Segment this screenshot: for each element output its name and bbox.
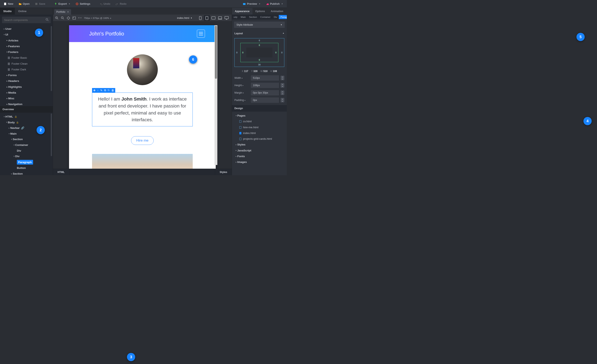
copy-icon[interactable]: ⧉ [104,89,106,92]
bc-section[interactable]: Section [247,16,259,18]
tree-media[interactable]: ▸Media [0,90,53,96]
tab-html[interactable]: HTML [53,169,70,175]
design-js[interactable]: ▸JavaScript [232,148,287,153]
preview-button[interactable]: Preview▼ [241,1,263,7]
hamburger-icon[interactable] [197,30,205,38]
open-button[interactable]: Open [17,1,32,7]
device-desktop[interactable] [224,15,230,21]
width-stepper[interactable]: ▲▼ [281,76,284,80]
tree-footer-basic[interactable]: Footer Basic [0,55,53,61]
ov-section[interactable]: ▾Section [0,136,53,142]
design-images[interactable]: ▸Images [232,159,287,165]
tree-features[interactable]: ▸Features [0,44,53,49]
hire-button[interactable]: Hire me [131,136,154,145]
design-styles[interactable]: ▸Styles [232,142,287,148]
device-phone[interactable] [197,15,203,21]
device-tablet-landscape[interactable] [210,15,217,21]
zoom-out-icon[interactable] [61,16,64,20]
search-icon [46,18,49,22]
tree-user[interactable]: ▸User [0,26,53,32]
margin-input[interactable]: 0px 0px 30px [251,90,279,95]
ov-div1[interactable]: Div [0,148,53,154]
layers-icon[interactable]: ▼ [78,16,82,20]
tab-studio[interactable]: Studio [0,8,15,15]
bc-container[interactable]: Container [259,16,272,18]
tree-ui[interactable]: ▾UI [0,32,53,38]
edit-icon[interactable]: ✎ [100,89,102,92]
up-icon[interactable]: ↑ [97,89,99,92]
ov-html[interactable]: ▾HTML🔒 [0,114,53,120]
ov-button[interactable]: Button [0,165,53,171]
file-cv[interactable]: cv.html [232,119,287,124]
ov-main[interactable]: ▾Main [0,131,53,137]
document-tab[interactable]: Portfolio ✕ [54,9,71,15]
padding-input[interactable]: 0px [251,98,279,103]
bc-main[interactable]: Main [239,16,248,18]
width-input[interactable]: 510px [251,75,279,81]
tree-headers[interactable]: ▸Headers [0,78,53,84]
rotate-icon[interactable] [67,16,70,20]
canvas-area[interactable]: John's Portfolio ✥ ↑ ✎ ⧉ ⦰ � [53,22,232,169]
ov-container[interactable]: ▾Container [0,142,53,148]
tree-footer-clean[interactable]: Footer Clean [0,61,53,67]
padding-stepper[interactable]: ▲▼ [281,98,284,102]
selected-element[interactable]: ✥ ↑ ✎ ⧉ ⦰ 🗑 Hello! I am John Smith. I wo… [92,92,193,126]
tab-animation[interactable]: Animation [268,8,286,15]
page-preview: John's Portfolio ✥ ↑ ✎ ⧉ ⦰ � [69,25,216,169]
device-tablet-portrait[interactable] [204,15,210,21]
redo-button[interactable]: Redo [114,1,129,7]
margin-stepper[interactable]: ▲▼ [281,91,284,95]
save-button[interactable]: Save [33,1,47,7]
tree-footers[interactable]: ▾Footers [0,49,53,55]
tab-styles[interactable]: Styles [215,169,232,175]
canvas-file-select[interactable]: index.html▼ [177,16,192,20]
box-model[interactable]: 0 30 0 0 0 0 0 0 [234,38,284,67]
tab-options[interactable]: Options [252,8,268,15]
caret-down-icon: ▼ [69,3,71,5]
ov-section2[interactable]: ▸Section [0,171,53,175]
new-button[interactable]: New [2,1,16,7]
prop-padding: Padding▸ 0px ▲▼ [232,96,287,104]
zoom-in-icon[interactable] [55,16,59,20]
tree-articles[interactable]: ▸Articles [0,38,53,44]
bc-body[interactable]: ody [232,16,239,18]
caret-right-icon[interactable]: ▸ [242,77,243,79]
move-icon[interactable]: ✥ [93,89,95,92]
delete-icon[interactable]: 🗑 [111,89,114,92]
device-laptop[interactable] [217,15,223,21]
tree-highlights[interactable]: ▸Highlights [0,84,53,90]
tab-appearance[interactable]: Appearance [232,8,252,15]
layout-header[interactable]: Layout▲ [232,30,287,37]
bc-paragraph[interactable]: Paragraph [279,15,287,19]
caret-up-icon: ▲ [283,32,284,35]
file-projects[interactable]: projects-grid-cards.html [232,136,287,142]
tree-footer-dark[interactable]: Footer Dark [0,67,53,72]
undo-button[interactable]: Undo [97,1,112,7]
file-hire[interactable]: hire-me.html [232,125,287,130]
tab-online[interactable]: Online [15,8,30,15]
file-index[interactable]: index.html [232,130,287,136]
tree-navigation[interactable]: ▸Navigation [0,101,53,106]
design-pages[interactable]: ▾Pages [232,113,287,119]
export-icon [54,2,57,5]
publish-button[interactable]: Publish▼ [264,1,285,7]
tree-forms[interactable]: ▸Forms [0,72,53,78]
tree-misc[interactable]: ▸Misc [0,96,53,101]
ov-navbar[interactable]: ▸Navbar🔗 [0,125,53,131]
canvas-scrollbar[interactable] [214,25,217,165]
image-icon[interactable] [72,16,76,20]
height-input[interactable]: 108px [251,83,279,88]
bc-div[interactable]: Div [272,16,279,18]
settings-button[interactable]: Settings [74,1,92,7]
style-select[interactable]: Style Attribute▼ [234,22,285,28]
height-stepper[interactable]: ▲▼ [281,83,284,88]
canvas-size[interactable]: 750px × 670px @ 100% ▼ [84,17,111,19]
export-button[interactable]: Export▼ [52,1,72,7]
ov-paragraph[interactable]: Paragraph [0,159,53,165]
ov-div2[interactable]: ▾Div [0,153,53,159]
ov-body[interactable]: ▾Body🔒 [0,120,53,125]
design-fonts[interactable]: ▸Fonts [232,153,287,159]
hide-icon[interactable]: ⦰ [108,89,110,92]
close-icon[interactable]: ✕ [67,10,69,13]
search-input[interactable] [2,17,51,23]
